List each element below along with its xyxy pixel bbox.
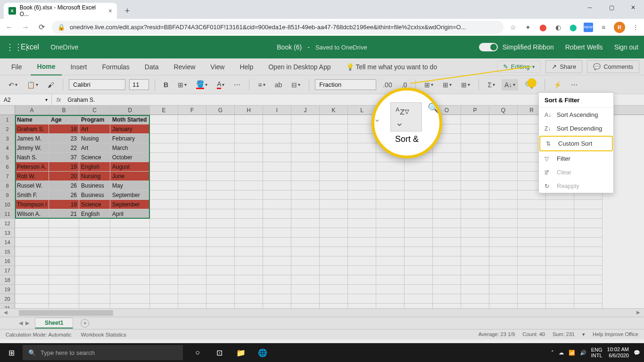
cell[interactable] (348, 172, 376, 181)
cell[interactable] (79, 275, 110, 285)
cell[interactable] (291, 219, 320, 228)
ext-icon-2[interactable]: ◐ (553, 23, 563, 32)
cell[interactable] (178, 238, 206, 247)
cell[interactable] (150, 228, 178, 238)
row-header-6[interactable]: 6 (0, 162, 15, 172)
cell[interactable]: October (110, 153, 150, 162)
cell[interactable] (546, 228, 574, 238)
cell[interactable] (574, 304, 603, 308)
cell[interactable] (376, 304, 405, 308)
cell[interactable] (489, 266, 518, 275)
cell[interactable]: January (110, 124, 150, 134)
tray-clock[interactable]: 10:02 AM 6/6/2020 (607, 346, 629, 359)
cell[interactable] (206, 219, 235, 228)
row-header-5[interactable]: 5 (0, 153, 15, 162)
cell[interactable] (150, 172, 178, 181)
cell[interactable] (433, 285, 461, 294)
cell[interactable] (574, 200, 603, 209)
tray-cloud-icon[interactable]: ☁ (559, 350, 564, 356)
col-header-L[interactable]: L (348, 106, 376, 115)
browser-tab[interactable]: X Book (6).xlsx - Microsoft Excel O... × (4, 3, 117, 19)
cell[interactable]: Age (49, 115, 79, 124)
cell[interactable] (461, 134, 489, 143)
cell[interactable] (461, 266, 489, 275)
row-header-14[interactable]: 14 (0, 238, 15, 247)
cortana-icon[interactable]: ○ (187, 343, 208, 362)
cell[interactable] (405, 266, 433, 275)
cell[interactable]: Moth Started (110, 115, 150, 124)
url-field[interactable]: 🔒 onedrive.live.com/edit.aspx?resid=BBFA… (52, 21, 504, 34)
cell[interactable] (178, 275, 206, 285)
cell[interactable] (546, 256, 574, 266)
cell[interactable] (291, 228, 320, 238)
cell[interactable] (433, 266, 461, 275)
col-header-H[interactable]: H (235, 106, 263, 115)
cell[interactable] (291, 238, 320, 247)
cell[interactable]: Business (79, 190, 110, 200)
cell[interactable] (263, 134, 291, 143)
row-header-10[interactable]: 10 (0, 200, 15, 209)
cell[interactable] (461, 172, 489, 181)
cell[interactable] (110, 304, 150, 308)
cell[interactable] (489, 238, 518, 247)
cell[interactable] (348, 266, 376, 275)
cell[interactable] (433, 143, 461, 153)
cell[interactable] (206, 275, 235, 285)
cell[interactable] (433, 219, 461, 228)
cell[interactable] (235, 209, 263, 219)
cell[interactable] (376, 256, 405, 266)
cell[interactable] (291, 304, 320, 308)
row-header-13[interactable]: 13 (0, 228, 15, 238)
cell[interactable] (150, 294, 178, 304)
col-header-K[interactable]: K (320, 106, 348, 115)
cell[interactable] (546, 200, 574, 209)
cell[interactable] (263, 181, 291, 190)
cell[interactable] (546, 266, 574, 275)
tab-close-icon[interactable]: × (108, 7, 112, 15)
cell[interactable] (518, 266, 546, 275)
cell[interactable] (320, 238, 348, 247)
cell[interactable] (49, 294, 79, 304)
autosum-button[interactable]: Σ▾ (485, 79, 498, 90)
cell[interactable] (291, 143, 320, 153)
filter-item[interactable]: ▽Filter (539, 152, 613, 165)
cell[interactable] (178, 181, 206, 190)
cell[interactable] (461, 209, 489, 219)
ideas-button[interactable]: ⚡ (551, 79, 564, 90)
cell[interactable] (461, 304, 489, 308)
cell[interactable] (235, 219, 263, 228)
cell[interactable] (263, 247, 291, 256)
cell[interactable] (489, 247, 518, 256)
number-format-select[interactable]: Fraction (315, 79, 376, 90)
profile-avatar[interactable]: R (614, 22, 625, 33)
cell[interactable] (15, 304, 49, 308)
merge-button[interactable]: ⊟▾ (289, 79, 303, 90)
cell[interactable] (489, 256, 518, 266)
cell[interactable] (206, 153, 235, 162)
scroll-right-icon[interactable]: ▶ (636, 310, 640, 315)
cell[interactable] (79, 285, 110, 294)
cell[interactable] (291, 266, 320, 275)
row-header-12[interactable]: 12 (0, 219, 15, 228)
tray-lang[interactable]: ENG INTL (591, 347, 603, 358)
cell[interactable] (574, 266, 603, 275)
cell[interactable] (235, 124, 263, 134)
cell[interactable] (291, 200, 320, 209)
cell[interactable]: Jimmy W. (15, 143, 49, 153)
cell[interactable] (461, 285, 489, 294)
row-header-21[interactable]: 21 (0, 304, 15, 308)
cell[interactable] (489, 304, 518, 308)
row-header-20[interactable]: 20 (0, 294, 15, 304)
share-button[interactable]: ↗Share (545, 60, 582, 73)
tab-data[interactable]: Data (138, 58, 165, 75)
cell[interactable] (376, 209, 405, 219)
cell[interactable] (235, 181, 263, 190)
cell[interactable] (150, 219, 178, 228)
cell[interactable] (178, 153, 206, 162)
cell[interactable] (49, 256, 79, 266)
row-header-15[interactable]: 15 (0, 247, 15, 256)
cell[interactable] (206, 115, 235, 124)
cell[interactable] (574, 247, 603, 256)
cell[interactable] (574, 294, 603, 304)
cell[interactable] (546, 294, 574, 304)
